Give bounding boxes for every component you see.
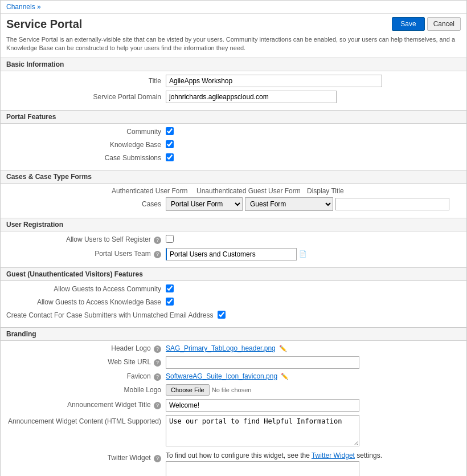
case-submissions-row: Case Submissions (6, 153, 461, 163)
title-input[interactable] (166, 75, 382, 87)
favicon-link[interactable]: SoftwareAG_Suite_Icon_favicon.png (166, 372, 277, 380)
header-logo-edit-icon[interactable]: ✏️ (279, 345, 287, 352)
announcement-title-control (166, 399, 461, 412)
self-register-checkbox[interactable] (166, 235, 174, 243)
unauth-form-select[interactable]: Guest Form Form2 (245, 197, 333, 211)
col-headers-row: Authenticated User Form Unauthenticated … (6, 187, 461, 195)
self-register-label: Allow Users to Self Register ? (6, 235, 166, 244)
announcement-title-label: Announcement Widget Title ? (6, 401, 166, 409)
portal-users-edit-icon[interactable]: 📄 (299, 250, 307, 258)
announcement-title-row: Announcement Widget Title ? (6, 399, 461, 412)
section-portal-features: Portal Features (1, 110, 466, 124)
col-display-header: Display Title (307, 187, 344, 195)
twitter-widget-help-icon[interactable]: ? (154, 455, 161, 462)
favicon-control: SoftwareAG_Suite_Icon_favicon.png ✏️ (166, 372, 461, 380)
cases-control: Portal User Form Form2 Guest Form Form2 (166, 197, 461, 211)
branding-section: Header Logo ? SAG_Primary_TabLogo_header… (1, 341, 466, 476)
cases-row: Cases Portal User Form Form2 Guest Form … (6, 197, 461, 211)
favicon-edit-icon[interactable]: ✏️ (281, 373, 289, 380)
header-logo-control: SAG_Primary_TabLogo_header.png ✏️ (166, 344, 461, 352)
choose-file-button[interactable]: Choose File (166, 384, 210, 396)
page-container: Channels » Service Portal Save Cancel Th… (0, 0, 467, 476)
no-file-label: No file chosen (212, 387, 252, 393)
announcement-title-input[interactable] (166, 399, 359, 412)
cancel-button[interactable]: Cancel (427, 17, 461, 31)
section-user-registration: User Registration (1, 218, 466, 231)
create-contact-checkbox[interactable] (218, 311, 226, 319)
display-title-input[interactable] (335, 198, 449, 210)
col-auth-header: Authenticated User Form (112, 187, 194, 195)
website-url-label: Web Site URL ? (6, 358, 166, 367)
breadcrumb-bar: Channels » (1, 1, 466, 14)
channels-breadcrumb[interactable]: Channels » (6, 3, 41, 11)
portal-users-help-icon[interactable]: ? (154, 251, 161, 258)
section-branding: Branding (1, 327, 466, 341)
twitter-widget-textarea[interactable] (166, 461, 359, 476)
page-header: Service Portal Save Cancel (1, 14, 466, 33)
access-knowledge-checkbox[interactable] (166, 298, 174, 306)
auth-form-select[interactable]: Portal User Form Form2 (166, 197, 243, 211)
community-row: Community (6, 127, 461, 137)
mobile-logo-control: Choose File No file chosen (166, 384, 461, 396)
page-description: The Service Portal is an externally-visi… (1, 33, 466, 58)
title-control (166, 75, 461, 87)
header-logo-label: Header Logo ? (6, 344, 166, 353)
community-label: Community (6, 128, 166, 136)
user-registration-section: Allow Users to Self Register ? Portal Us… (1, 231, 466, 267)
header-logo-link[interactable]: SAG_Primary_TabLogo_header.png (166, 344, 276, 352)
knowledge-base-label: Knowledge Base (6, 141, 166, 149)
access-community-label: Allow Guests to Access Community (6, 285, 166, 293)
cases-label: Cases (6, 200, 166, 208)
self-register-row: Allow Users to Self Register ? (6, 235, 461, 245)
announcement-content-textarea[interactable]: Use our portal to find Helpful Informati… (166, 415, 359, 446)
portal-users-team-row: Portal Users Team ? 📄 (6, 248, 461, 261)
announcement-content-control: Use our portal to find Helpful Informati… (166, 415, 461, 448)
case-submissions-checkbox[interactable] (166, 153, 174, 161)
twitter-widget-text: To find out how to configure this widget… (166, 451, 461, 459)
header-logo-help-icon[interactable]: ? (154, 345, 161, 353)
knowledge-base-control (166, 140, 461, 150)
access-knowledge-row: Allow Guests to Access Knowledge Base (6, 298, 461, 307)
basic-information-section: Title Service Portal Domain (1, 71, 466, 110)
website-url-help-icon[interactable]: ? (154, 359, 161, 367)
title-label: Title (6, 77, 166, 85)
portal-users-team-input[interactable] (166, 248, 297, 261)
community-control (166, 127, 461, 137)
twitter-widget-link[interactable]: Twitter Widget (312, 451, 355, 459)
domain-input[interactable] (166, 91, 337, 103)
self-register-control (166, 235, 461, 245)
cases-section: Authenticated User Form Unauthenticated … (1, 184, 466, 218)
twitter-widget-control: To find out how to configure this widget… (166, 451, 461, 476)
access-community-checkbox[interactable] (166, 284, 174, 292)
mobile-logo-label: Mobile Logo (6, 386, 166, 394)
section-cases: Cases & Case Type Forms (1, 170, 466, 184)
col-unauth-header: Unauthenticated Guest User Form (196, 187, 305, 195)
guest-features-section: Allow Guests to Access Community Allow G… (1, 281, 466, 327)
header-logo-row: Header Logo ? SAG_Primary_TabLogo_header… (6, 344, 461, 353)
website-url-input[interactable] (166, 356, 359, 369)
favicon-help-icon[interactable]: ? (154, 373, 161, 381)
domain-row: Service Portal Domain (6, 91, 461, 103)
case-submissions-control (166, 153, 461, 163)
self-register-help-icon[interactable]: ? (154, 237, 161, 244)
access-knowledge-control (166, 298, 461, 307)
create-contact-control (218, 311, 461, 320)
community-checkbox[interactable] (166, 127, 174, 135)
website-url-row: Web Site URL ? (6, 356, 461, 369)
twitter-widget-row: Twitter Widget ? To find out how to conf… (6, 451, 461, 476)
section-basic-information: Basic Information (1, 58, 466, 71)
mobile-logo-row: Mobile Logo Choose File No file chosen (6, 384, 461, 396)
announcement-title-help-icon[interactable]: ? (154, 402, 161, 409)
header-buttons: Save Cancel (392, 17, 461, 31)
announcement-content-label: Announcement Widget Content (HTML Suppor… (6, 415, 166, 425)
save-button[interactable]: Save (392, 17, 424, 31)
knowledge-base-checkbox[interactable] (166, 140, 174, 148)
case-submissions-label: Case Submissions (6, 154, 166, 162)
col-headers: Authenticated User Form Unauthenticated … (112, 187, 344, 195)
portal-users-team-label: Portal Users Team ? (6, 250, 166, 258)
favicon-label: Favicon ? (6, 372, 166, 381)
section-guest-features: Guest (Unauthenticated Visitors) Feature… (1, 267, 466, 281)
knowledge-base-row: Knowledge Base (6, 140, 461, 150)
access-community-row: Allow Guests to Access Community (6, 284, 461, 294)
access-knowledge-label: Allow Guests to Access Knowledge Base (6, 298, 166, 306)
